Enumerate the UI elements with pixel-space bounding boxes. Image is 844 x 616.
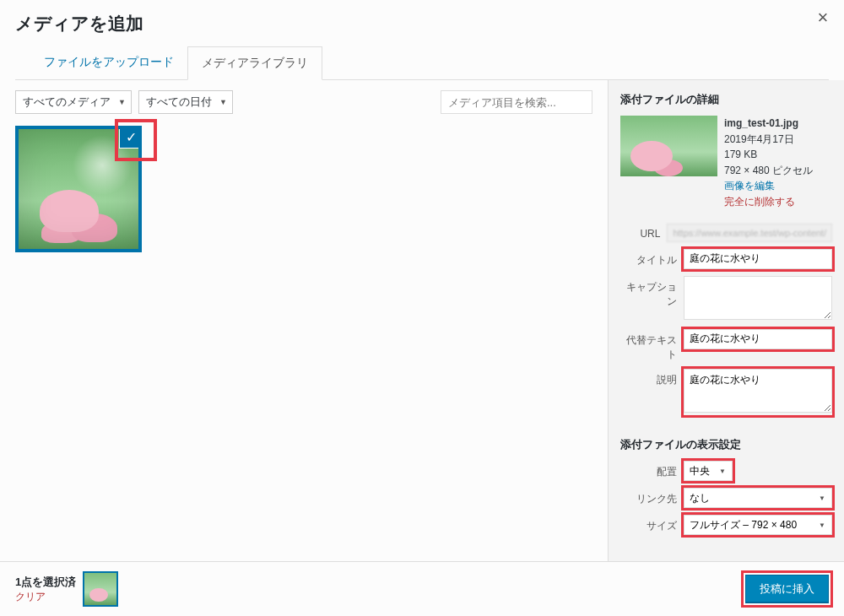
filter-date-select[interactable]: すべての日付 [138, 90, 233, 114]
clear-selection-link[interactable]: クリア [15, 591, 46, 602]
modal-title: メディアを追加 [15, 12, 829, 35]
linkto-select[interactable]: なし [684, 488, 832, 508]
detail-filename: img_test-01.jpg [724, 116, 813, 132]
desc-label: 説明 [620, 369, 684, 387]
details-heading: 添付ファイルの詳細 [620, 92, 832, 107]
filter-type-select[interactable]: すべてのメディア [15, 90, 132, 114]
align-select[interactable]: 中央 [684, 461, 733, 481]
caption-label: キャプション [620, 276, 684, 309]
caption-input[interactable] [684, 276, 832, 320]
delete-link[interactable]: 完全に削除する [724, 194, 813, 210]
search-input[interactable] [441, 90, 592, 114]
detail-thumbnail [620, 116, 717, 176]
tabs: ファイルをアップロード メディアライブラリ [15, 46, 829, 80]
alt-label: 代替テキスト [620, 329, 684, 362]
edit-image-link[interactable]: 画像を編集 [724, 178, 813, 194]
detail-filesize: 179 KB [724, 147, 813, 163]
alt-input[interactable] [684, 329, 832, 349]
selected-count: 1点を選択済 [15, 575, 76, 590]
media-toolbar: すべてのメディア すべての日付 [15, 90, 592, 114]
url-label: URL [620, 224, 667, 240]
tab-upload[interactable]: ファイルをアップロード [30, 46, 187, 80]
size-label: サイズ [620, 515, 684, 533]
linkto-label: リンク先 [620, 488, 684, 506]
detail-date: 2019年4月17日 [724, 132, 813, 148]
tab-media-library[interactable]: メディアライブラリ [187, 46, 322, 80]
insert-button[interactable]: 投稿に挿入 [745, 575, 829, 603]
title-input[interactable] [684, 249, 832, 269]
align-label: 配置 [620, 461, 684, 479]
size-select[interactable]: フルサイズ – 792 × 480 [684, 515, 832, 535]
title-label: タイトル [620, 249, 684, 267]
display-settings-heading: 添付ファイルの表示設定 [620, 437, 832, 452]
media-thumbnail[interactable]: ✓ [15, 126, 142, 252]
desc-input[interactable]: 庭の花に水やり [684, 369, 832, 413]
detail-dimensions: 792 × 480 ピクセル [724, 163, 813, 179]
url-field[interactable]: https://www.example.test/wp-content/ [667, 224, 832, 242]
close-icon[interactable]: × [814, 8, 832, 27]
selected-thumbnail[interactable] [83, 571, 118, 607]
